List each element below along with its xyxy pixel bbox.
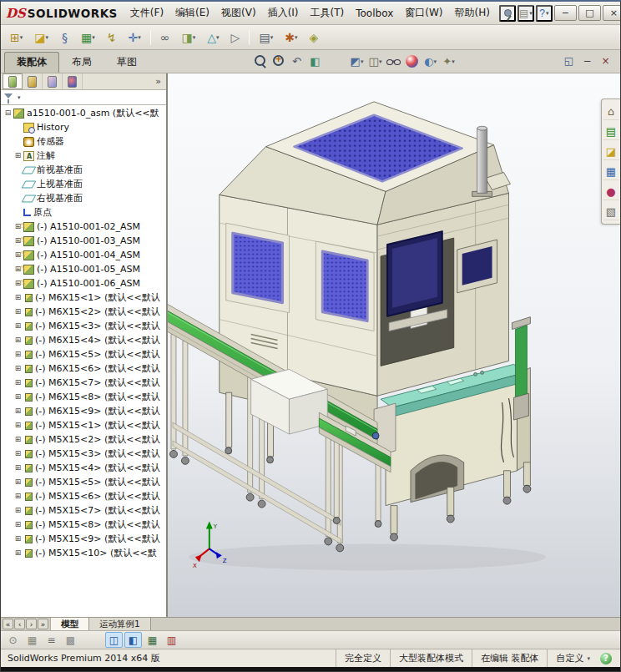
view-palette-icon[interactable]: ▦ [603,163,619,180]
assembly-features-icon[interactable]: ◨▾ [176,28,200,47]
custom-status-selector[interactable]: 自定义 ▾ [547,649,598,667]
edit-appearance-icon[interactable]: ▾ [403,53,421,70]
filter-lines-icon[interactable]: ≡ [43,632,60,648]
tree-expander[interactable]: ⊞ [13,450,23,457]
zoom-fit-icon[interactable] [251,53,269,70]
command-tab[interactable]: 草图 [104,52,149,73]
last-tab-button[interactable]: » [38,619,48,629]
doc-minimize-icon[interactable]: − [579,53,595,68]
appearances-icon[interactable]: ● [603,183,619,200]
tree-item[interactable]: 上视基准面 [1,177,166,191]
section-view-icon[interactable]: ◧ [306,53,324,70]
mate-icon[interactable]: § [55,28,74,47]
apply-scene-icon[interactable]: ◐▾ [422,53,439,70]
prev-tab-button[interactable]: ‹ [14,619,25,629]
tree-item[interactable]: 右视基准面 [1,191,166,205]
menu-item[interactable]: 帮助(H) [448,4,495,23]
close-button[interactable]: × [603,5,621,21]
tree-item[interactable]: ⊞ (-) M6X15<6> (默认<<默认 [1,361,166,376]
filter-dropdown-icon[interactable]: ▾ [18,94,21,101]
tree-item[interactable]: ⊟ a1510-001-0_asm (默认<<默 [1,106,166,120]
tree-item[interactable]: ⊞ (-) M6X15<9> (默认<<默认 [1,404,166,418]
tree-expander[interactable]: ⊞ [13,436,23,443]
view-orientation-icon[interactable]: ◩▾ [348,53,366,70]
show-hidden-components-icon[interactable]: ∞ [155,28,175,47]
smart-fasteners-icon[interactable]: ↯ [102,28,122,47]
tree-item[interactable]: ⊞ (-) A1510-001-04_ASM [1,248,166,262]
tree-item[interactable]: ⊞ (-) M6X15<8> (默认<<默认 [1,390,166,404]
tree-expander[interactable]: ⊞ [13,152,23,159]
tree-item[interactable]: ⊞ 注解 [1,149,166,163]
tree-item[interactable]: ⊞ (-) M6X15<7> (默认<<默认 [1,376,166,390]
tree-item[interactable]: 原点 [1,205,166,220]
tree-item[interactable]: ⊞ (-) M6X15<4> (默认<<默认 [1,333,166,347]
tree-item[interactable]: ⊞ (-) M6X15<3> (默认<<默认 [1,319,166,333]
tree-item[interactable]: History [1,120,166,134]
insert-components-icon[interactable]: ⊞▾ [5,28,28,47]
tree-expander[interactable]: ⊞ [13,507,23,514]
tree-item[interactable]: 前视基准面 [1,163,166,177]
maximize-button[interactable]: □ [578,5,601,21]
linear-pattern-icon[interactable]: ▦▾ [76,28,100,47]
tree-item[interactable]: ⊞ (-) M5X15<8> (默认<<默认 [1,518,166,532]
minimize-button[interactable]: − [554,5,577,21]
tree-item[interactable]: ⊞ (-) M5X15<6> (默认<<默认 [1,489,166,503]
tree-item[interactable]: ⊞ (-) M5X15<1> (默认<<默认 [1,418,166,432]
tree-expander[interactable]: ⊞ [13,308,23,316]
menu-item[interactable]: 插入(I) [262,4,305,23]
command-tab[interactable]: 装配体 [4,52,59,73]
tree-item[interactable]: ⊞ (-) M5X15<10> (默认<<默 [1,546,166,560]
tree-expander[interactable]: ⊞ [13,407,23,415]
tree-expander[interactable]: ⊞ [13,365,23,372]
doc-restore-icon[interactable]: ◱ [561,53,577,68]
design-library-icon[interactable]: ▤ [603,123,619,140]
menu-pin-icon[interactable] [499,5,516,22]
tree-expander[interactable]: ⊞ [13,493,23,500]
split-pane-icon[interactable]: ◫ [105,632,123,648]
quick-tips-help-icon[interactable]: ? [600,653,612,664]
tree-item[interactable]: ⊞ (-) A1510-001-06_ASM [1,276,166,291]
tree-expander[interactable]: ⊞ [13,351,23,358]
propertymanager-tab[interactable] [23,73,43,89]
tree-item[interactable]: ⊞ (-) M5X15<5> (默认<<默认 [1,475,166,489]
exploded-view-icon[interactable]: ✱▾ [280,28,302,47]
tree-expander[interactable]: ⊞ [13,336,23,344]
tree-expander[interactable]: ⊟ [3,109,13,117]
tree-item[interactable]: ⊞ (-) A1510-001-05_ASM [1,262,166,276]
tree-expander[interactable]: ⊞ [13,478,23,486]
graphics-viewport[interactable]: Y X Z ⌂ ▤ [168,73,620,617]
tree-expander[interactable]: ⊞ [13,464,23,472]
tree-item[interactable]: ⊞ (-) A1510-001-03_ASM [1,234,166,248]
instant3d-icon[interactable]: ◈ [304,28,323,47]
menu-item[interactable]: 文件(F) [124,4,169,23]
tree-expander[interactable]: ⊞ [13,535,23,543]
report-icon[interactable]: ▥ [163,632,180,648]
file-explorer-icon[interactable]: ◪ [603,143,619,160]
tree-item[interactable]: ⊞ (-) M5X15<3> (默认<<默认 [1,447,166,461]
tree-item[interactable]: ⊞ (-) M5X15<7> (默认<<默认 [1,503,166,518]
first-tab-button[interactable]: « [3,619,13,629]
tree-item[interactable]: ⊞ (-) A1510-001-02_ASM [1,220,166,234]
tree-item[interactable]: ⊞ (-) M6X15<2> (默认<<默认 [1,305,166,319]
tree-expander[interactable]: ⊞ [13,322,23,330]
doc-close-icon[interactable]: × [598,53,613,68]
motion-study-type-icon[interactable]: ⊙ [4,632,22,648]
table-icon[interactable]: ▦ [144,632,161,648]
zoom-area-icon[interactable] [270,53,287,70]
custom-properties-icon[interactable]: ▧ [603,203,619,220]
tree-item[interactable]: ⊞ (-) M5X15<4> (默认<<默认 [1,461,166,475]
view-settings-icon[interactable]: ✦▾ [440,53,457,70]
tree-item[interactable]: ⊞ (-) M5X15<2> (默认<<默认 [1,432,166,447]
new-motion-study-icon[interactable]: ▷ [225,28,245,47]
calculate-icon[interactable]: ▦ [23,632,41,648]
study-tab[interactable]: 模型 [51,618,89,630]
tree-item[interactable]: 传感器 [1,134,166,149]
open-part-icon[interactable]: ◪▾ [29,28,53,47]
study-tab[interactable]: 运动算例1 [89,618,151,630]
reference-geometry-icon[interactable]: △▾ [202,28,224,47]
display-style-icon[interactable]: ◫▾ [366,53,384,70]
bom-icon[interactable]: ▤▾ [254,28,278,47]
menu-item[interactable]: 编辑(E) [169,4,215,23]
home-icon[interactable]: ⌂ [603,103,619,120]
model-3d-view[interactable]: Y X Z [168,73,620,617]
